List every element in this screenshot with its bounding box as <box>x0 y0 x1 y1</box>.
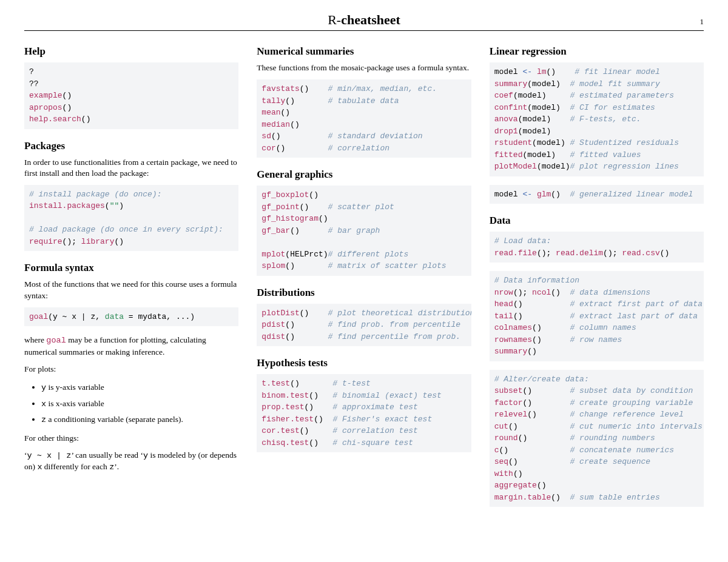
code-packages: # install package (do once): install.pac… <box>24 185 238 252</box>
code-data-2: # Data information nrow(); ncol() # data… <box>490 271 704 361</box>
formula-after: where goal may be a function for plottin… <box>24 335 238 357</box>
list-item: y is y-axis variable <box>41 381 238 395</box>
formula-forother-label: For other things: <box>24 433 238 444</box>
page-title: R-cheatsheet <box>42 12 686 28</box>
code-help: ? ?? example() apropos() help.search() <box>24 62 238 129</box>
code-graphics: gf_boxplot() gf_point() # scatter plot g… <box>257 186 471 276</box>
heading-packages: Packages <box>24 140 238 152</box>
code-data-1: # Load data: read.file(); read.delim(); … <box>490 232 704 263</box>
column-2: Numerical summaries These functions from… <box>257 45 471 515</box>
heading-data: Data <box>490 215 704 227</box>
intro-packages: In order to use functionalities from a c… <box>24 157 238 179</box>
code-linreg-2: model <- glm() # generalized linear mode… <box>490 185 704 204</box>
code-data-3: # Alter/create data: subset() # subset d… <box>490 370 704 507</box>
columns: Help ? ?? example() apropos() help.searc… <box>24 45 704 515</box>
page-title-bold: cheatsheet <box>341 12 400 27</box>
page-number: 1 <box>686 17 704 27</box>
heading-dist: Distributions <box>257 287 471 299</box>
list-item: z a conditioning variable (separate pane… <box>41 413 238 427</box>
heading-linreg: Linear regression <box>490 45 704 58</box>
code-formula: goal(y ~ x | z, data = mydata, ...) <box>24 307 238 327</box>
heading-hyp: Hypothesis tests <box>257 357 471 369</box>
header: R-cheatsheet 1 <box>24 12 704 31</box>
page-title-light: R- <box>328 12 341 27</box>
formula-forplots-label: For plots: <box>24 364 238 375</box>
code-numsum: favstats() # min/max, median, etc. tally… <box>257 79 471 158</box>
formula-bullets: y is y-axis variablex is x-axis variable… <box>24 381 238 427</box>
heading-numsum: Numerical summaries <box>257 45 471 58</box>
code-dist: plotDist() # plot theoretical distributi… <box>257 304 471 347</box>
column-1: Help ? ?? example() apropos() help.searc… <box>24 45 238 515</box>
column-3: Linear regression model <- lm() # fit li… <box>490 45 704 515</box>
code-hyp: t.test() # t-test binom.test() # binomia… <box>257 374 471 452</box>
page: R-cheatsheet 1 Help ? ?? example() aprop… <box>0 0 728 540</box>
heading-graphics: General graphics <box>257 169 471 181</box>
code-linreg-1: model <- lm() # fit linear model summary… <box>490 62 704 176</box>
heading-help: Help <box>24 45 238 58</box>
intro-numsum: These functions from the mosaic-package … <box>257 62 471 73</box>
list-item: x is x-axis variable <box>41 397 238 411</box>
formula-forother-text: ‘y ~ x | z’ can usually be read ‘y is mo… <box>24 450 238 473</box>
intro-formula: Most of the functions that we need for t… <box>24 279 238 301</box>
heading-formula: Formula syntax <box>24 262 238 274</box>
